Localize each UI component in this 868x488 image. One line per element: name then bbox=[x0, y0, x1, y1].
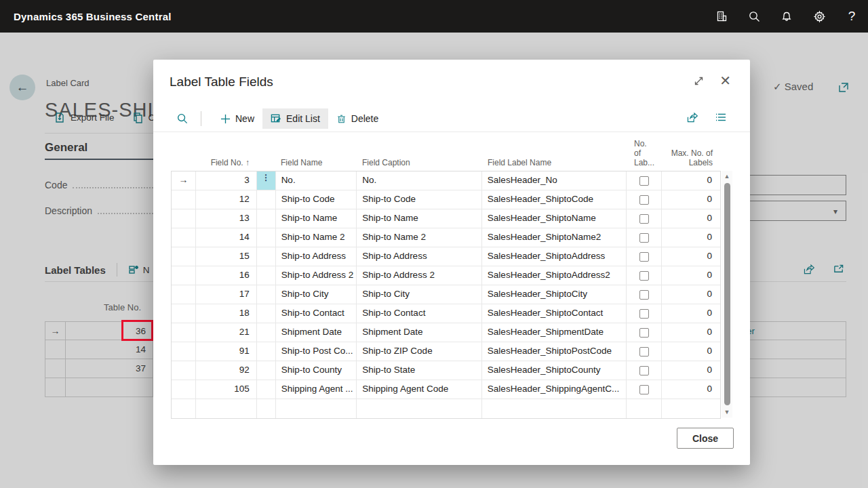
row-menu-cell[interactable]: ⋮ bbox=[257, 380, 276, 399]
header-no-of-labels[interactable]: No. of Lab... bbox=[627, 139, 663, 167]
header-max-no-of-labels[interactable]: Max. No. of Labels bbox=[663, 148, 721, 167]
cell-field-caption[interactable]: Ship-to City bbox=[357, 285, 482, 304]
list-options-icon[interactable] bbox=[715, 111, 727, 127]
cell-field-no[interactable]: 17 bbox=[196, 285, 257, 304]
row-selector-cell[interactable] bbox=[172, 247, 196, 266]
cell-max-labels[interactable]: 0 bbox=[662, 304, 720, 323]
grid-scrollbar[interactable]: ▲ ▼ bbox=[722, 171, 732, 418]
cell-field-label-name[interactable]: SalesHeader_ShiptoName2 bbox=[482, 228, 627, 247]
close-button[interactable]: Close bbox=[677, 428, 734, 449]
cell-max-labels[interactable]: 0 bbox=[662, 228, 720, 247]
cell-field-label-name[interactable]: SalesHeader_ShipmentDate bbox=[482, 323, 627, 342]
help-icon[interactable]: ? bbox=[835, 0, 868, 33]
no-of-labels-checkbox[interactable] bbox=[639, 233, 649, 243]
no-of-labels-checkbox[interactable] bbox=[639, 290, 649, 300]
cell-field-name[interactable]: Shipment Date bbox=[276, 323, 357, 342]
cell-field-no[interactable]: 15 bbox=[196, 247, 257, 266]
cell-field-label-name[interactable]: SalesHeader_ShiptoAddress bbox=[482, 247, 627, 266]
cell-field-no[interactable]: 13 bbox=[196, 209, 257, 228]
cell-field-no[interactable]: 21 bbox=[196, 323, 257, 342]
cell-max-labels[interactable]: 0 bbox=[662, 171, 720, 190]
row-menu-cell[interactable]: ⋮ bbox=[257, 399, 276, 418]
cell-max-labels[interactable]: 0 bbox=[662, 266, 720, 285]
cell-field-caption[interactable]: Ship-to Code bbox=[357, 190, 482, 209]
header-field-label-name[interactable]: Field Label Name bbox=[482, 158, 627, 167]
expand-dialog-icon[interactable] bbox=[693, 75, 705, 87]
header-field-caption[interactable]: Field Caption bbox=[357, 158, 482, 167]
no-of-labels-checkbox[interactable] bbox=[639, 195, 649, 205]
cell-field-label-name[interactable]: SalesHeader_ShiptoCity bbox=[482, 285, 627, 304]
cell-field-label-name[interactable]: SalesHeader_ShiptoName bbox=[482, 209, 627, 228]
new-button[interactable]: New bbox=[212, 108, 262, 129]
cell-field-name[interactable]: Ship-to Post Co... bbox=[276, 342, 357, 361]
row-menu-cell[interactable]: ⋮ bbox=[257, 247, 276, 266]
cell-field-caption[interactable]: Ship-to ZIP Code bbox=[357, 342, 482, 361]
no-of-labels-checkbox[interactable] bbox=[639, 309, 649, 319]
no-of-labels-checkbox[interactable] bbox=[639, 328, 649, 338]
row-menu-cell[interactable]: ⋮ bbox=[257, 190, 276, 209]
cell-field-name[interactable] bbox=[276, 399, 357, 418]
cell-field-caption[interactable]: Ship-to Address bbox=[357, 247, 482, 266]
cell-field-name[interactable]: Ship-to Address 2 bbox=[276, 266, 357, 285]
row-selector-cell[interactable]: → bbox=[172, 171, 196, 190]
cell-field-no[interactable]: 18 bbox=[196, 304, 257, 323]
row-menu-cell[interactable]: ⋮ bbox=[257, 266, 276, 285]
edit-list-button[interactable]: Edit List bbox=[262, 108, 328, 129]
cell-field-no[interactable]: 91 bbox=[196, 342, 257, 361]
cell-max-labels[interactable]: 0 bbox=[662, 247, 720, 266]
cell-field-label-name[interactable]: SalesHeader_No bbox=[482, 171, 627, 190]
cell-field-label-name[interactable] bbox=[482, 399, 627, 418]
row-menu-cell[interactable]: ⋮ bbox=[257, 323, 276, 342]
cell-field-no[interactable]: 12 bbox=[196, 190, 257, 209]
cell-max-labels[interactable]: 0 bbox=[662, 209, 720, 228]
row-selector-cell[interactable] bbox=[172, 266, 196, 285]
row-selector-cell[interactable] bbox=[172, 361, 196, 380]
row-selector-cell[interactable] bbox=[172, 342, 196, 361]
cell-field-label-name[interactable]: SalesHeader_ShiptoCode bbox=[482, 190, 627, 209]
header-field-no[interactable]: Field No. ↑ bbox=[195, 158, 256, 167]
cell-max-labels[interactable]: 0 bbox=[662, 190, 720, 209]
cell-field-label-name[interactable]: SalesHeader_ShippingAgentC... bbox=[482, 380, 627, 399]
header-field-name[interactable]: Field Name bbox=[275, 158, 357, 167]
company-icon[interactable] bbox=[705, 0, 738, 33]
row-selector-cell[interactable] bbox=[172, 190, 196, 209]
cell-field-no[interactable]: 3 bbox=[196, 171, 257, 190]
no-of-labels-checkbox[interactable] bbox=[639, 366, 649, 375]
row-selector-cell[interactable] bbox=[172, 285, 196, 304]
cell-field-caption[interactable] bbox=[357, 399, 482, 418]
row-selector-cell[interactable] bbox=[172, 323, 196, 342]
cell-field-no[interactable]: 105 bbox=[196, 380, 257, 399]
scroll-up-arrow[interactable]: ▲ bbox=[724, 171, 730, 182]
cell-field-name[interactable]: Ship-to Contact bbox=[276, 304, 357, 323]
settings-gear-icon[interactable] bbox=[803, 0, 835, 33]
cell-field-label-name[interactable]: SalesHeader_ShiptoCounty bbox=[482, 361, 627, 380]
cell-field-name[interactable]: Ship-to Name bbox=[276, 209, 357, 228]
cell-field-no[interactable]: 92 bbox=[196, 361, 257, 380]
cell-field-caption[interactable]: Ship-to Name 2 bbox=[357, 228, 482, 247]
row-selector-cell[interactable] bbox=[172, 380, 196, 399]
scrollbar-thumb[interactable] bbox=[724, 183, 730, 405]
cell-field-name[interactable]: Ship-to County bbox=[276, 361, 357, 380]
cell-field-caption[interactable]: Shipping Agent Code bbox=[357, 380, 482, 399]
cell-field-name[interactable]: Ship-to Code bbox=[276, 190, 357, 209]
row-menu-cell[interactable]: ⋮ bbox=[257, 285, 276, 304]
cell-field-caption[interactable]: Ship-to State bbox=[357, 361, 482, 380]
scroll-down-arrow[interactable]: ▼ bbox=[724, 407, 730, 418]
notifications-bell-icon[interactable] bbox=[770, 0, 803, 33]
row-menu-cell[interactable]: ⋮ bbox=[257, 209, 276, 228]
cell-field-no[interactable]: 14 bbox=[196, 228, 257, 247]
cell-field-label-name[interactable]: SalesHeader_ShiptoAddress2 bbox=[482, 266, 627, 285]
cell-max-labels[interactable]: 0 bbox=[662, 285, 720, 304]
cell-max-labels[interactable]: 0 bbox=[662, 342, 720, 361]
share-icon[interactable] bbox=[686, 111, 698, 127]
cell-max-labels[interactable]: 0 bbox=[662, 323, 720, 342]
cell-field-name[interactable]: Shipping Agent ... bbox=[276, 380, 357, 399]
cell-field-name[interactable]: No. bbox=[276, 171, 357, 190]
cell-field-caption[interactable]: Shipment Date bbox=[357, 323, 482, 342]
no-of-labels-checkbox[interactable] bbox=[639, 385, 649, 394]
row-menu-cell[interactable]: ⋮ bbox=[257, 228, 276, 247]
cell-field-no[interactable]: 16 bbox=[196, 266, 257, 285]
row-selector-cell[interactable] bbox=[172, 399, 196, 418]
cell-max-labels[interactable] bbox=[662, 399, 720, 418]
search-icon[interactable] bbox=[738, 0, 770, 33]
